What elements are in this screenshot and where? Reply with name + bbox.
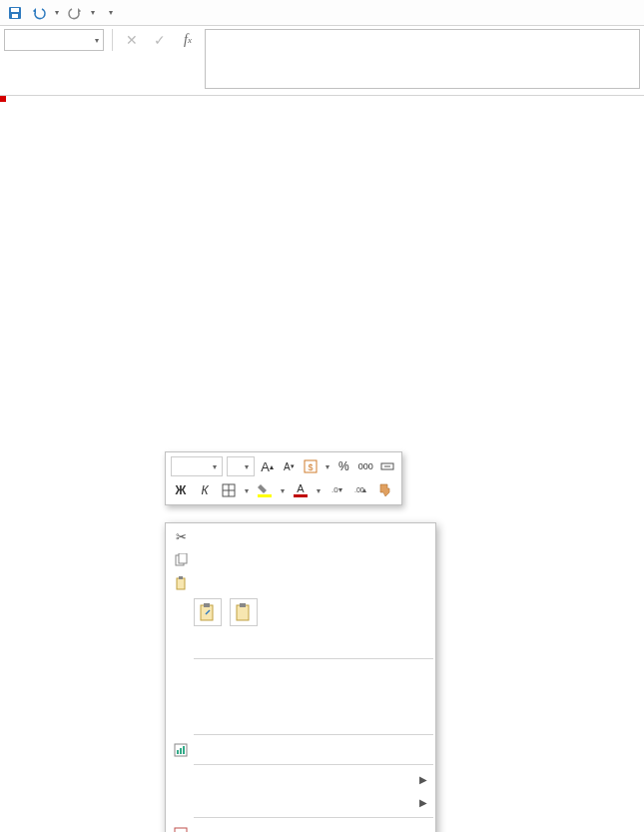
svg-rect-13 <box>179 553 187 563</box>
menu-insert[interactable] <box>166 662 435 685</box>
submenu-arrow-icon: ▶ <box>419 797 427 808</box>
enter-formula-icon[interactable]: ✓ <box>149 29 171 51</box>
menu-paste-options-header <box>166 571 435 594</box>
separator <box>194 764 433 765</box>
separator <box>194 734 433 735</box>
svg-text:$: $ <box>309 462 314 472</box>
menu-paste-special[interactable] <box>166 632 435 655</box>
menu-insert-comment[interactable] <box>166 821 435 832</box>
copy-icon <box>170 553 192 567</box>
separator <box>112 29 113 51</box>
separator <box>194 658 433 659</box>
fill-color-icon[interactable] <box>255 480 275 500</box>
scissors-icon: ✂ <box>170 529 192 544</box>
selection-rectangle <box>0 96 4 100</box>
menu-clear-contents[interactable] <box>166 708 435 731</box>
font-color-icon[interactable]: A <box>291 480 311 500</box>
decrease-decimal-icon[interactable]: .0 <box>326 480 346 500</box>
menu-delete[interactable] <box>166 685 435 708</box>
svg-rect-22 <box>180 748 182 754</box>
format-painter-icon[interactable] <box>374 480 394 500</box>
svg-rect-21 <box>177 750 179 754</box>
font-name-combo[interactable]: ▾ <box>171 456 223 476</box>
context-menu: ✂ <box>165 522 436 832</box>
paste-options-row <box>166 594 435 632</box>
chevron-down-icon[interactable]: ▾ <box>279 486 287 495</box>
chevron-down-icon[interactable]: ▾ <box>315 486 322 495</box>
fx-icon[interactable]: fx <box>177 29 199 51</box>
formula-bar-row: ▾ ✕ ✓ fx <box>0 26 644 96</box>
menu-filter[interactable]: ▶ <box>166 768 435 791</box>
chevron-down-icon[interactable]: ▾ <box>323 462 330 471</box>
italic-icon[interactable]: К <box>195 480 215 500</box>
redo-dropdown[interactable]: ▾ <box>88 2 98 24</box>
name-box[interactable]: ▾ <box>4 29 104 51</box>
font-size-combo[interactable]: ▾ <box>227 456 254 476</box>
annotation-highlight <box>0 96 6 102</box>
svg-rect-14 <box>177 578 185 589</box>
svg-rect-23 <box>183 746 185 754</box>
quick-access-toolbar: ▾ ▾ ▾ <box>0 0 644 26</box>
accounting-format-icon[interactable]: $ <box>302 456 320 476</box>
svg-rect-18 <box>237 605 249 620</box>
increase-decimal-icon[interactable]: .00 <box>350 480 370 500</box>
merge-center-icon[interactable] <box>378 456 396 476</box>
svg-rect-24 <box>175 828 187 833</box>
formula-input[interactable] <box>205 29 640 89</box>
undo-button[interactable] <box>28 2 50 24</box>
increase-font-icon[interactable]: A▴ <box>259 456 277 476</box>
quick-analysis-icon <box>170 743 192 757</box>
bold-icon[interactable]: Ж <box>171 480 191 500</box>
cancel-formula-icon[interactable]: ✕ <box>121 29 143 51</box>
svg-rect-15 <box>179 576 183 579</box>
svg-rect-19 <box>240 603 246 607</box>
svg-text:.0: .0 <box>331 485 338 494</box>
chevron-down-icon[interactable]: ▾ <box>243 486 251 495</box>
undo-dropdown[interactable]: ▾ <box>52 2 62 24</box>
paste-values-button[interactable] <box>230 598 258 626</box>
menu-copy[interactable] <box>166 548 435 571</box>
chevron-down-icon: ▾ <box>211 462 219 471</box>
decrease-font-icon[interactable]: A▾ <box>280 456 298 476</box>
name-box-dropdown-icon: ▾ <box>95 36 99 45</box>
clipboard-icon <box>170 576 192 590</box>
svg-rect-17 <box>204 603 210 607</box>
svg-rect-2 <box>12 14 18 18</box>
paste-default-button[interactable] <box>194 598 222 626</box>
mini-toolbar: ▾ ▾ A▴ A▾ $ ▾ % 000 Ж К ▾ <box>165 451 402 505</box>
svg-rect-1 <box>11 8 19 12</box>
save-button[interactable] <box>4 2 26 24</box>
separator <box>194 817 433 818</box>
redo-button[interactable] <box>64 2 86 24</box>
chevron-down-icon: ▾ <box>243 462 251 471</box>
border-icon[interactable] <box>219 480 239 500</box>
percent-icon[interactable]: % <box>334 456 352 476</box>
menu-sort[interactable]: ▶ <box>166 791 435 814</box>
menu-cut[interactable]: ✂ <box>166 525 435 548</box>
menu-quick-analysis[interactable] <box>166 738 435 761</box>
comma-style-icon[interactable]: 000 <box>356 456 374 476</box>
comment-icon <box>170 826 192 833</box>
qat-customize[interactable]: ▾ <box>106 2 116 24</box>
submenu-arrow-icon: ▶ <box>419 774 427 785</box>
